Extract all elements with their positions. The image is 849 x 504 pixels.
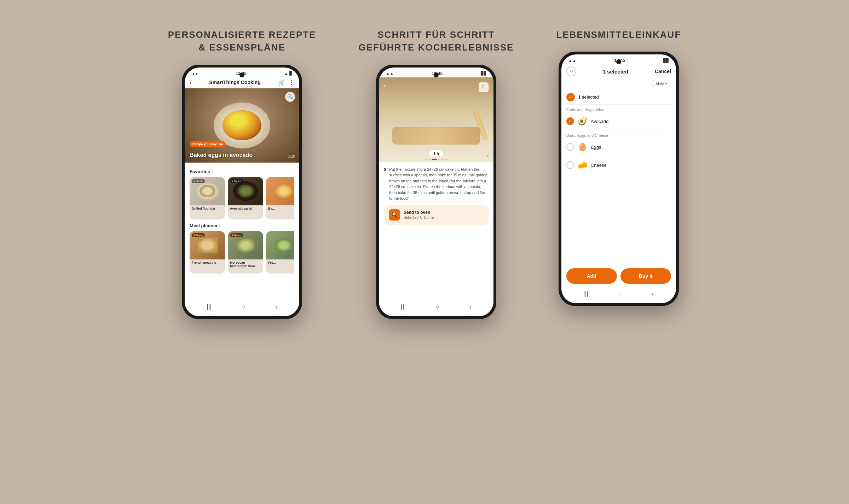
phone1-card-avocado-tag: # Dinner bbox=[230, 179, 243, 183]
phone1-app-header: ‹ SmartThings Cooking 🛒 ⋮ bbox=[185, 77, 299, 88]
phone1-card-extra-name: Ba... bbox=[266, 205, 294, 211]
phone2-notch bbox=[434, 72, 439, 77]
phone3-screen: ▲▲ 12:45 ▊▊ All 1 selected Cancel bbox=[561, 54, 676, 303]
phone1-card-extra2-name: Fre... bbox=[266, 259, 294, 265]
phone2-oven-title: Send to oven bbox=[404, 210, 434, 215]
phone2-step-content: 3 Put the mixture into a 24~26 cm cake t… bbox=[379, 162, 493, 300]
phone1-recipe-title-area: Baked eggs in avocado bbox=[190, 152, 282, 158]
phone3-cheese-name: Cheese bbox=[591, 163, 607, 168]
phone1-nav-home[interactable]: ○ bbox=[242, 303, 246, 311]
phone2-column: SCHRITT FÜR SCHRITT GEFÜHRTE KOCHERLEBNI… bbox=[358, 28, 514, 319]
phone1-nav-back[interactable]: ||| bbox=[207, 303, 212, 311]
phone2-dot-5 bbox=[442, 159, 444, 160]
phone2-nav-back[interactable]: ||| bbox=[401, 303, 406, 311]
phone2-step-icon: 📋 bbox=[479, 82, 489, 92]
phone2-oven-card[interactable]: 🍳 Send to oven Bake 190°C 15 min bbox=[384, 205, 489, 225]
phone1-favorites-cards: # Simple Grilled flounder # Dinner Avoca… bbox=[190, 177, 294, 219]
phone3-selected-count-header: 1 selected bbox=[603, 69, 629, 75]
phone2-step-row: 3 Put the mixture into a 24~26 cm cake t… bbox=[384, 166, 489, 201]
phone3-all-label: All bbox=[570, 70, 573, 73]
phone3-header: All 1 selected Cancel bbox=[561, 64, 676, 80]
phone2-title: SCHRITT FÜR SCHRITT GEFÜHRTE KOCHERLEBNI… bbox=[358, 28, 514, 54]
phone1-card-hamburger[interactable]: Today # Dinner Moroccan hamburger steak bbox=[228, 231, 263, 274]
phone1-card-extra2[interactable]: Fre... bbox=[266, 231, 294, 274]
phone3-signal-icon: ▲▲ bbox=[568, 58, 576, 63]
phone3-nav-recent[interactable]: ‹ bbox=[652, 290, 654, 298]
phone1-battery-icon: ▊ bbox=[289, 71, 292, 76]
phone3-avocado-row[interactable]: ✓ 🥑 Avocado bbox=[566, 114, 671, 129]
phone3-aisle-filter-row: Aisle ▾ bbox=[561, 80, 676, 90]
phone3-frame: ▲▲ 12:45 ▊▊ All 1 selected Cancel bbox=[559, 52, 679, 306]
phone2-oven-icon: 🍳 bbox=[389, 209, 400, 221]
phone3-cheese-checkbox[interactable] bbox=[566, 161, 574, 169]
phone1-card-meat-pie[interactable]: Today # Baking French meat pie bbox=[190, 231, 225, 274]
phone1-recipe-tag: Recipe you may like bbox=[190, 141, 226, 147]
phone3-eggs-checkbox[interactable] bbox=[566, 143, 574, 151]
phone2-hero-image: ‹ 📋 1 h 6 bbox=[379, 77, 493, 162]
phone1-food bbox=[223, 110, 261, 140]
phone3-selected-row: ✓ 1 selected bbox=[566, 90, 671, 105]
phone3-section1-label: Fruits and Vegetables bbox=[566, 107, 671, 112]
phone1-card-meat-pie-name: French meat pie bbox=[190, 259, 225, 265]
phone2-dot-2 bbox=[428, 159, 431, 160]
phone1-more-icon[interactable]: ⋮ bbox=[289, 79, 294, 86]
phone3-buy-button[interactable]: Buy it bbox=[620, 268, 671, 284]
phone3-add-button[interactable]: Add bbox=[566, 268, 617, 284]
phone3-aisle-button[interactable]: Aisle ▾ bbox=[652, 80, 671, 87]
phone3-nav-home[interactable]: ○ bbox=[618, 290, 622, 298]
phone1-scroll-content: Favorites › # Simple Grilled flounder bbox=[185, 163, 299, 300]
phone1-card-avocado-salad[interactable]: # Dinner Avocado salad bbox=[228, 177, 263, 219]
phone3-title: LEBENSMITTELEINKAUF bbox=[556, 28, 681, 41]
phone1-column: PERSONALISIERTE REZEPTE & ESSENSPLÄNE ▲▲… bbox=[168, 28, 316, 319]
phone2-back-button[interactable]: ‹ bbox=[384, 82, 386, 89]
phones-row: PERSONALISIERTE REZEPTE & ESSENSPLÄNE ▲▲… bbox=[14, 28, 835, 319]
phone1-favorites-label: Favorites bbox=[190, 169, 210, 174]
phone3-aisle-label: Aisle bbox=[655, 82, 664, 86]
phone1-bottom-nav: ||| ○ ‹ bbox=[185, 300, 299, 316]
phone1-hero-image: 🔍 Recipe you may like Baked eggs in avoc… bbox=[185, 88, 299, 163]
phone2-nav-recent[interactable]: ‹ bbox=[469, 303, 472, 311]
phone1-recipe-title: Baked eggs in avocado bbox=[190, 152, 282, 158]
phone3-cancel-button[interactable]: Cancel bbox=[655, 69, 671, 74]
phone1-favorites-section[interactable]: Favorites › bbox=[190, 169, 294, 174]
phone3-check-icon: ✓ bbox=[569, 95, 572, 100]
phone2-step-text: Put the mixture into a 24~26 cm cake tin… bbox=[389, 166, 489, 201]
phone2-dot-1 bbox=[425, 159, 427, 160]
phone1-card-extra-img bbox=[266, 177, 294, 205]
phone2-timer: 1 h bbox=[429, 150, 443, 157]
phone1-search-button[interactable]: 🔍 bbox=[285, 92, 295, 102]
phone2-screen: ▲▲ 12:45 ▊▊ bbox=[379, 68, 493, 316]
phone2-page-num: 6 bbox=[486, 153, 489, 157]
phone3-all-button[interactable]: All bbox=[566, 66, 576, 76]
phone2-nav-home[interactable]: ○ bbox=[435, 303, 439, 311]
phone3-eggs-row[interactable]: 🥚 Eggs bbox=[566, 140, 671, 154]
phone1-card-flounder-name: Grilled flounder bbox=[190, 205, 225, 211]
phone3-selected-check: ✓ bbox=[566, 93, 575, 101]
phone1-screen: ▲▲ 12:45 ▲ ▊ ‹ SmartThings Cooking 🛒 bbox=[185, 68, 299, 316]
phone3-scroll-content: ✓ 1 selected Fruits and Vegetables ✓ 🥑 A… bbox=[561, 90, 676, 265]
phone3-avocado-checkbox[interactable]: ✓ bbox=[566, 117, 574, 125]
phone1-card-flounder[interactable]: # Simple Grilled flounder bbox=[190, 177, 225, 219]
phone3-cheese-row[interactable]: 🧀 Cheese bbox=[566, 158, 671, 172]
phone2-signal-icon: ▲▲ bbox=[386, 71, 394, 76]
phone1-signal-icon: ▲▲ bbox=[192, 72, 198, 75]
phone3-avocado-name: Avocado bbox=[591, 119, 608, 124]
phone1-card-meat-pie-tag: # Baking bbox=[192, 233, 205, 237]
phone1-meal-planner-section[interactable]: Meal planner › bbox=[190, 223, 294, 228]
phone3-selected-row-label: 1 selected bbox=[578, 95, 599, 100]
phone2-dot-3 bbox=[432, 159, 437, 160]
phone1-meal-planner-cards: Today # Baking French meat pie Today bbox=[190, 231, 294, 274]
phone3-cheese-emoji: 🧀 bbox=[578, 160, 587, 170]
phone2-step-number: 3 bbox=[384, 167, 386, 201]
phone1-card-extra2-img bbox=[266, 231, 294, 259]
phone1-card-extra[interactable]: Ba... bbox=[266, 177, 294, 219]
phone2-dot-6 bbox=[445, 159, 447, 160]
phone1-nav-recent[interactable]: ‹ bbox=[275, 303, 277, 311]
phone1-card-avocado-name: Avocado salad bbox=[228, 205, 263, 211]
phone1-wifi-icon: ▲ bbox=[284, 71, 288, 76]
phone2-progress-dots bbox=[425, 159, 447, 160]
phone1-title: PERSONALISIERTE REZEPTE & ESSENSPLÄNE bbox=[168, 28, 316, 54]
phone1-back-button[interactable]: ‹ bbox=[190, 79, 192, 86]
phone3-nav-back[interactable]: ||| bbox=[583, 290, 588, 298]
phone1-cart-icon[interactable]: 🛒 bbox=[278, 79, 285, 86]
